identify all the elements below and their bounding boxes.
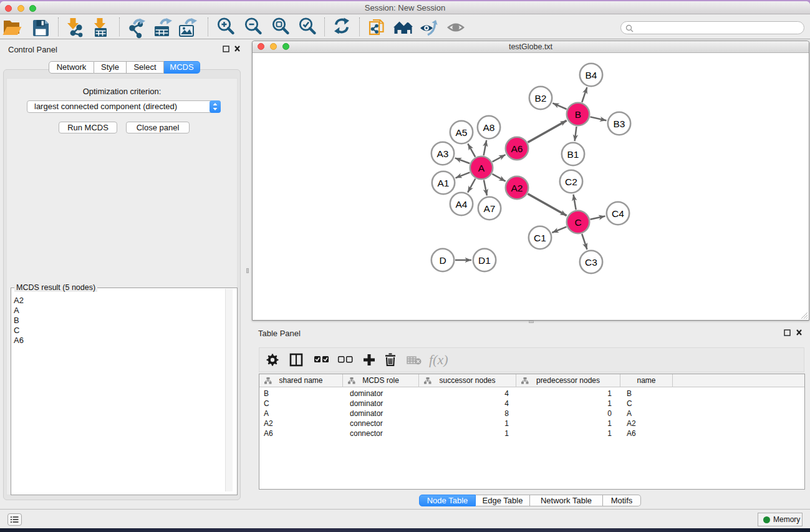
svg-text:B1: B1 [567,149,579,160]
svg-text:A2: A2 [511,183,523,193]
svg-text:B2: B2 [535,93,547,104]
svg-text:C2: C2 [565,177,577,187]
svg-text:A4: A4 [456,199,468,210]
svg-text:C1: C1 [534,233,546,243]
svg-text:C3: C3 [585,257,597,268]
svg-text:C4: C4 [612,208,624,219]
svg-text:A1: A1 [438,178,450,188]
svg-text:D1: D1 [478,255,491,266]
svg-text:C: C [574,217,581,228]
svg-text:A3: A3 [437,148,449,159]
svg-text:A8: A8 [483,122,495,133]
svg-text:B3: B3 [614,118,625,129]
svg-text:D: D [439,255,446,266]
svg-text:B: B [575,109,581,120]
svg-text:A5: A5 [456,127,468,138]
svg-text:A: A [478,163,485,173]
svg-text:A6: A6 [511,143,523,154]
svg-text:A7: A7 [484,203,496,214]
svg-text:B4: B4 [586,70,597,80]
